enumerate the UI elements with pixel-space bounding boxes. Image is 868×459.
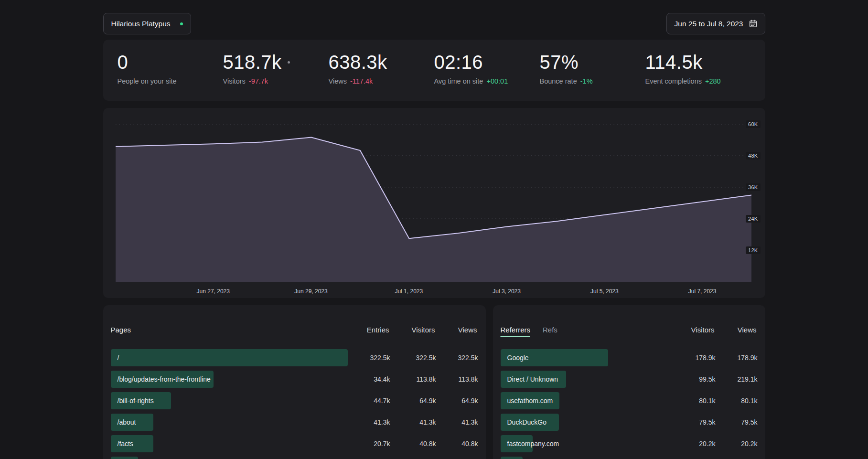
table-row[interactable]: /facts20.7k40.8k40.8k xyxy=(111,435,478,452)
traffic-chart[interactable] xyxy=(116,124,751,282)
row-value: 113.8k xyxy=(390,375,436,383)
table-row[interactable]: Direct / Unknown99.5k219.1k xyxy=(501,371,758,388)
row-label: Google xyxy=(501,354,668,362)
stat-delta: -1% xyxy=(580,77,593,85)
row-label: Direct / Unknown xyxy=(501,375,668,383)
stat-value: 02:16 xyxy=(434,52,540,73)
column-header-visitors: Visitors xyxy=(667,325,715,335)
table-row[interactable]: /bill-of-rights44.7k64.9k64.9k xyxy=(111,392,478,409)
row-value: 113.8k xyxy=(436,375,478,383)
row-value: 41.3k xyxy=(390,418,436,426)
stat-delta: +280 xyxy=(705,77,721,85)
column-header-entries: Entries xyxy=(347,325,389,335)
table-body: /322.5k322.5k322.5k/blog/updates-from-th… xyxy=(111,349,478,459)
referrers-tabs: Referrers Refs xyxy=(501,325,667,335)
x-axis-label: Jul 1, 2023 xyxy=(395,288,423,295)
row-value: 20.7k xyxy=(348,440,390,448)
tables-row: Pages EntriesVisitorsViews /322.5k322.5k… xyxy=(103,305,765,459)
table-row xyxy=(501,457,758,459)
stat-label: Avg time on site +00:01 xyxy=(434,77,540,85)
row-value: 40.8k xyxy=(390,440,436,448)
tab-referrers[interactable]: Referrers xyxy=(501,325,531,335)
stat-event-completions: 114.5kEvent completions +280 xyxy=(645,52,751,101)
dashboard: Hilarious Platypus Jun 25 to Jul 8, 2023… xyxy=(103,0,765,459)
table-row xyxy=(111,457,478,459)
row-value: 64.9k xyxy=(390,397,436,405)
y-axis-label-48K: 48K xyxy=(746,152,760,160)
column-header-views: Views xyxy=(435,325,477,335)
table-row[interactable]: usefathom.com80.1k80.1k xyxy=(501,392,758,409)
stat-value: 114.5k xyxy=(645,52,751,73)
row-value: 178.9k xyxy=(668,354,716,362)
referrers-panel: Referrers Refs VisitorsViews Google178.9… xyxy=(493,305,765,459)
site-live-dot-icon xyxy=(180,22,183,25)
table-row[interactable]: fastcompany.com20.2k20.2k xyxy=(501,435,758,452)
stat-people-on-your-site: 0People on your site xyxy=(118,52,223,101)
stats-bar: 0People on your site518.7kVisitors -97.7… xyxy=(103,40,765,101)
table-row[interactable]: DuckDuckGo79.5k79.5k xyxy=(501,414,758,431)
row-value: 80.1k xyxy=(716,397,758,405)
stat-label: Bounce rate -1% xyxy=(540,77,645,85)
table-row[interactable]: Google178.9k178.9k xyxy=(501,349,758,366)
stat-value: 638.3k xyxy=(329,52,434,73)
row-value: 20.2k xyxy=(716,440,758,448)
row-value: 34.4k xyxy=(348,375,390,383)
stat-value: 0 xyxy=(118,52,223,73)
row-label: usefathom.com xyxy=(501,397,668,405)
row-label: fastcompany.com xyxy=(501,440,668,448)
row-value: 79.5k xyxy=(668,418,716,426)
row-label: /facts xyxy=(111,440,348,448)
row-value: 40.8k xyxy=(436,440,478,448)
row-label: DuckDuckGo xyxy=(501,418,668,426)
value-bar xyxy=(111,457,139,459)
date-range-button[interactable]: Jun 25 to Jul 8, 2023 xyxy=(666,13,765,34)
table-row[interactable]: /322.5k322.5k322.5k xyxy=(111,349,478,366)
row-label: /bill-of-rights xyxy=(111,397,348,405)
row-label: /about xyxy=(111,418,348,426)
value-bar xyxy=(501,457,523,459)
y-axis-label-12K: 12K xyxy=(746,246,760,254)
top-bar: Hilarious Platypus Jun 25 to Jul 8, 2023 xyxy=(103,13,765,34)
stat-delta: -97.7k xyxy=(249,77,268,85)
stat-label: Visitors -97.7k xyxy=(223,77,329,85)
stat-value: 57% xyxy=(540,52,645,73)
row-label: / xyxy=(111,354,348,362)
row-value: 322.5k xyxy=(348,354,390,362)
x-axis-label: Jun 27, 2023 xyxy=(197,288,230,295)
row-value: 41.3k xyxy=(348,418,390,426)
row-label: /blog/updates-from-the-frontline xyxy=(111,375,348,383)
table-row[interactable]: /about41.3k41.3k41.3k xyxy=(111,414,478,431)
tab-refs[interactable]: Refs xyxy=(543,325,557,335)
row-value: 79.5k xyxy=(716,418,758,426)
row-value: 322.5k xyxy=(390,354,436,362)
row-value: 41.3k xyxy=(436,418,478,426)
stat-avg-time-on-site: 02:16Avg time on site +00:01 xyxy=(434,52,540,101)
chart-svg xyxy=(116,124,751,282)
stat-bounce-rate: 57%Bounce rate -1% xyxy=(540,52,645,101)
pages-panel: Pages EntriesVisitorsViews /322.5k322.5k… xyxy=(103,305,486,459)
y-axis-label-24K: 24K xyxy=(746,215,760,223)
stat-label: Event completions +280 xyxy=(645,77,751,85)
stat-value: 518.7k xyxy=(223,52,329,73)
table-row[interactable]: /blog/updates-from-the-frontline34.4k113… xyxy=(111,371,478,388)
row-value: 20.2k xyxy=(668,440,716,448)
x-axis-label: Jul 7, 2023 xyxy=(688,288,717,295)
row-value: 178.9k xyxy=(716,354,758,362)
site-selector-button[interactable]: Hilarious Platypus xyxy=(103,13,191,34)
calendar-icon xyxy=(749,20,757,28)
stat-delta: -117.4k xyxy=(350,77,373,85)
pages-title: Pages xyxy=(111,325,347,335)
row-value: 80.1k xyxy=(668,397,716,405)
column-headers: Pages EntriesVisitorsViews xyxy=(111,325,478,349)
stat-label: People on your site xyxy=(118,77,223,85)
row-value: 322.5k xyxy=(436,354,478,362)
column-header-views: Views xyxy=(715,325,757,335)
column-headers: Referrers Refs VisitorsViews xyxy=(501,325,758,349)
y-axis-label-60K: 60K xyxy=(746,120,760,128)
row-value: 64.9k xyxy=(436,397,478,405)
y-axis-label-36K: 36K xyxy=(746,183,760,191)
row-value: 44.7k xyxy=(348,397,390,405)
x-axis-label: Jul 3, 2023 xyxy=(493,288,521,295)
table-body: Google178.9k178.9kDirect / Unknown99.5k2… xyxy=(501,349,758,459)
date-range-label: Jun 25 to Jul 8, 2023 xyxy=(675,20,743,28)
